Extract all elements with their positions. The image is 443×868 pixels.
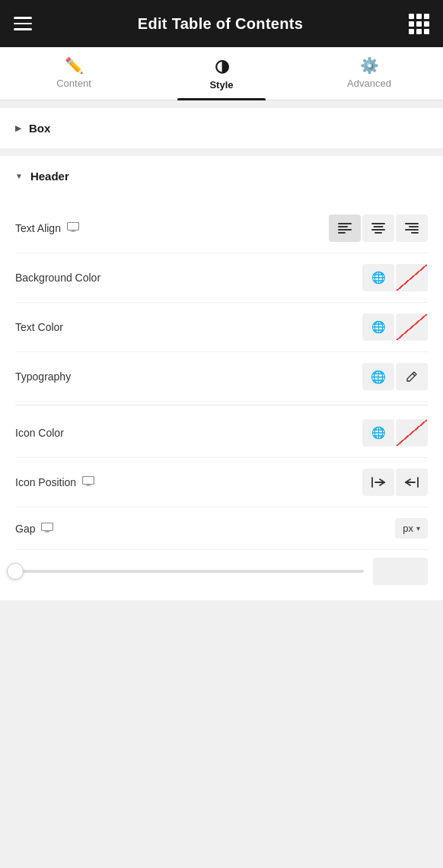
- align-left-button[interactable]: [329, 215, 361, 242]
- typography-label-group: Typography: [15, 370, 71, 383]
- content-icon: ✏️: [65, 58, 84, 73]
- text-color-control: 🌐: [362, 313, 428, 341]
- hamburger-menu[interactable]: [14, 17, 32, 30]
- icon-color-row: Icon Color 🌐: [15, 409, 428, 458]
- icon-color-control: 🌐: [362, 419, 428, 447]
- svg-rect-1: [338, 223, 352, 224]
- svg-rect-2: [338, 226, 348, 227]
- text-color-swatch[interactable]: [396, 313, 428, 341]
- svg-rect-11: [405, 229, 419, 231]
- style-icon: ◑: [215, 58, 229, 75]
- tab-style[interactable]: ◑ Style: [148, 47, 295, 100]
- background-color-control: 🌐: [362, 264, 428, 291]
- icon-position-monitor-icon: [82, 476, 94, 488]
- svg-rect-13: [83, 477, 94, 485]
- svg-rect-9: [405, 223, 419, 224]
- gap-unit-dropdown[interactable]: px ▾: [395, 518, 428, 539]
- gap-label-group: Gap: [15, 523, 53, 535]
- gap-control: px ▾: [395, 518, 428, 539]
- align-center-button[interactable]: [362, 215, 394, 242]
- background-color-globe-button[interactable]: 🌐: [362, 264, 394, 291]
- gap-slider-thumb[interactable]: [7, 563, 24, 580]
- divider-1: [15, 405, 428, 405]
- gap-unit-chevron: ▾: [416, 524, 420, 533]
- header-section-title: Header: [30, 170, 69, 183]
- page-title: Edit Table of Contents: [138, 15, 303, 33]
- icon-position-row: Icon Position: [15, 458, 428, 507]
- icon-color-swatch[interactable]: [396, 419, 428, 447]
- svg-rect-4: [338, 232, 346, 234]
- icon-color-label: Icon Color: [15, 427, 64, 439]
- top-bar: Edit Table of Contents: [0, 0, 443, 47]
- tab-advanced-label: Advanced: [347, 78, 391, 89]
- gap-value-input[interactable]: [373, 558, 428, 585]
- svg-rect-8: [374, 232, 382, 234]
- background-color-swatch[interactable]: [396, 264, 428, 291]
- background-color-row: Background Color 🌐: [15, 253, 428, 303]
- header-section: ▼ Header Text Align: [0, 156, 443, 600]
- header-section-header[interactable]: ▼ Header: [0, 156, 443, 196]
- svg-rect-14: [42, 523, 53, 530]
- typography-control: 🌐: [362, 363, 428, 390]
- tab-advanced[interactable]: ⚙️ Advanced: [295, 47, 443, 100]
- box-section: ▶ Box: [0, 108, 443, 148]
- icon-position-left-button[interactable]: [362, 469, 394, 496]
- typography-label: Typography: [15, 370, 71, 383]
- icon-color-label-group: Icon Color: [15, 427, 64, 439]
- text-color-label-group: Text Color: [15, 321, 63, 333]
- text-color-row: Text Color 🌐: [15, 303, 428, 352]
- text-color-globe-button[interactable]: 🌐: [362, 313, 394, 341]
- header-collapse-arrow: ▼: [15, 172, 23, 180]
- tabs-bar: ✏️ Content ◑ Style ⚙️ Advanced: [0, 47, 443, 100]
- advanced-icon: ⚙️: [360, 58, 379, 73]
- typography-row: Typography 🌐: [15, 352, 428, 402]
- gap-monitor-icon: [41, 523, 53, 535]
- icon-position-buttons: [362, 469, 428, 496]
- tab-content-label: Content: [56, 78, 91, 89]
- box-section-title: Box: [29, 122, 50, 135]
- text-align-row: Text Align: [15, 204, 428, 253]
- align-right-button[interactable]: [396, 215, 428, 242]
- svg-rect-10: [409, 226, 419, 227]
- gap-label: Gap: [15, 523, 35, 535]
- icon-position-right-button[interactable]: [396, 469, 428, 496]
- gap-slider-track[interactable]: [15, 570, 364, 573]
- icon-color-globe-button[interactable]: 🌐: [362, 419, 394, 447]
- gap-unit-label: px: [403, 523, 413, 534]
- icon-position-label-group: Icon Position: [15, 476, 94, 488]
- svg-rect-3: [338, 229, 352, 231]
- background-color-label: Background Color: [15, 272, 100, 284]
- svg-rect-0: [67, 223, 78, 231]
- svg-rect-12: [411, 232, 419, 234]
- box-collapse-arrow: ▶: [15, 124, 21, 132]
- svg-rect-7: [371, 229, 385, 231]
- background-color-label-group: Background Color: [15, 272, 100, 284]
- text-align-label-group: Text Align: [15, 222, 79, 234]
- gap-row: Gap px ▾: [15, 507, 428, 550]
- text-align-monitor-icon: [67, 222, 79, 234]
- typography-globe-button[interactable]: 🌐: [362, 363, 394, 390]
- text-align-label: Text Align: [15, 222, 61, 234]
- text-align-buttons: [329, 215, 428, 242]
- svg-rect-6: [374, 226, 384, 227]
- svg-rect-5: [371, 223, 385, 224]
- gap-slider-row: [15, 550, 428, 585]
- grid-menu-icon[interactable]: [409, 14, 429, 34]
- icon-position-label: Icon Position: [15, 476, 76, 488]
- header-section-body: Text Align: [0, 196, 443, 600]
- tab-content[interactable]: ✏️ Content: [0, 47, 148, 100]
- box-section-header[interactable]: ▶ Box: [0, 108, 443, 148]
- typography-edit-button[interactable]: [396, 363, 428, 390]
- tab-style-label: Style: [209, 79, 233, 91]
- text-color-label: Text Color: [15, 321, 63, 333]
